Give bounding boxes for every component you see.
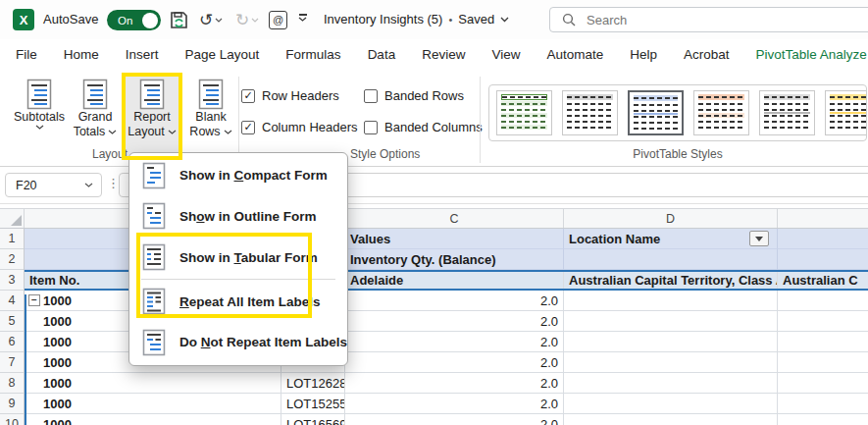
grand-totals-button[interactable]: Grand Totals: [68, 75, 123, 157]
cell-E10[interactable]: [778, 414, 868, 425]
cell-C3[interactable]: Adelaide: [345, 272, 564, 289]
checkbox-banded-columns[interactable]: Banded Columns: [364, 120, 483, 134]
cell-D7[interactable]: [564, 352, 778, 373]
cell-E9[interactable]: [778, 394, 868, 414]
column-header-d[interactable]: D: [564, 209, 778, 228]
search-icon: [562, 13, 576, 27]
row-number[interactable]: 9: [0, 394, 24, 414]
tab-home[interactable]: Home: [64, 39, 99, 71]
autosave-toggle[interactable]: On: [107, 10, 161, 30]
checkbox-column-headers[interactable]: ✓ Column Headers: [241, 120, 358, 134]
checkbox-banded-rows[interactable]: Banded Rows: [364, 88, 464, 103]
style-thumbnail-light-gray-2[interactable]: [759, 90, 815, 135]
style-thumbnail-light-yellow[interactable]: [825, 90, 867, 135]
cell-E7[interactable]: [778, 352, 868, 373]
style-thumbnail-custom-green[interactable]: [496, 90, 552, 135]
row-number[interactable]: 3: [0, 270, 24, 291]
cell-E8[interactable]: [778, 373, 868, 394]
cell-D3[interactable]: Australian Capital Territory, Class A: [564, 272, 778, 289]
tab-pivottable-analyze[interactable]: PivotTable Analyze: [756, 39, 867, 71]
cell-E6[interactable]: [778, 332, 868, 352]
tab-view[interactable]: View: [491, 39, 520, 71]
excel-window: X AutoSave On ↺ ↻ @: [0, 0, 868, 425]
menu-item-outline-form[interactable]: Show in Outline Form: [129, 195, 347, 237]
select-all-corner[interactable]: [0, 209, 25, 228]
field-filter-button[interactable]: [749, 231, 769, 246]
cell-B8[interactable]: LOT12628: [281, 373, 345, 394]
tab-acrobat[interactable]: Acrobat: [684, 39, 730, 71]
tab-formulas[interactable]: Formulas: [285, 39, 340, 71]
row-number[interactable]: 6: [0, 332, 24, 352]
cell-D1[interactable]: Location Name: [564, 229, 778, 249]
menu-item-compact-form[interactable]: Show in Compact Form: [129, 155, 347, 195]
row-number[interactable]: 7: [0, 352, 24, 373]
report-layout-button[interactable]: Report Layout: [125, 75, 179, 157]
cell-C2[interactable]: Inventory Qty. (Balance): [345, 249, 564, 270]
cell-C9[interactable]: 2.0: [345, 394, 564, 414]
redo-button[interactable]: ↻: [235, 0, 259, 39]
menu-label-post: epeat All Item Labels: [189, 294, 321, 309]
document-title[interactable]: Inventory Insights (5) • Saved: [324, 12, 509, 27]
cell-B9[interactable]: LOT15255: [281, 394, 345, 414]
title-chevron-icon: [500, 17, 509, 23]
cell-C7[interactable]: 2.0: [345, 352, 564, 373]
subtotals-button[interactable]: Subtotals: [12, 75, 67, 157]
style-thumbnail-light-gray[interactable]: [562, 90, 618, 135]
search-input[interactable]: [585, 12, 810, 28]
tab-page-layout[interactable]: Page Layout: [185, 39, 260, 71]
cell-D5[interactable]: [564, 311, 778, 332]
cell-C8[interactable]: 2.0: [345, 373, 564, 394]
cell-D8[interactable]: [564, 373, 778, 394]
cell-C10[interactable]: 2.0: [345, 414, 564, 425]
cell-A8[interactable]: 1000: [25, 373, 281, 394]
collapse-button[interactable]: −: [28, 294, 40, 306]
menu-item-do-not-repeat-item-labels[interactable]: Do Not Repeat Item Labels: [129, 322, 347, 362]
cell-C5[interactable]: 2.0: [345, 311, 564, 332]
cell-D9[interactable]: [564, 394, 778, 414]
row-number[interactable]: 8: [0, 373, 24, 394]
cell-E5[interactable]: [778, 311, 868, 332]
row-number[interactable]: 4: [0, 291, 24, 311]
cell-D4[interactable]: [564, 291, 778, 311]
cell-E3[interactable]: Australian C: [778, 272, 868, 289]
row-number[interactable]: 1: [0, 229, 24, 249]
cell-E1[interactable]: [778, 229, 868, 249]
row-headers-label: Row Headers: [262, 88, 339, 103]
blank-rows-button[interactable]: Blank Rows: [183, 75, 238, 157]
checkbox-row-headers[interactable]: ✓ Row Headers: [241, 88, 339, 103]
cell-C4[interactable]: 2.0: [345, 291, 564, 311]
cell-C6[interactable]: 2.0: [345, 332, 564, 352]
undo-button[interactable]: ↺: [199, 0, 223, 39]
menu-label-accel: C: [234, 168, 244, 183]
cell-E2[interactable]: [778, 249, 868, 270]
name-box[interactable]: F20: [5, 173, 102, 197]
style-thumbnail-light-orange[interactable]: [693, 90, 749, 135]
menu-item-repeat-all-item-labels[interactable]: Repeat All Item Labels: [129, 281, 347, 322]
screen-clip-button[interactable]: @: [269, 0, 287, 39]
tab-insert[interactable]: Insert: [126, 39, 159, 71]
cell-E4[interactable]: [778, 291, 868, 311]
cell-A10[interactable]: 1000: [25, 414, 281, 425]
cell-D2[interactable]: [564, 249, 778, 270]
tab-data[interactable]: Data: [368, 39, 396, 71]
cell-A9[interactable]: 1000: [25, 394, 281, 414]
cell-B10[interactable]: LOT16569: [281, 414, 345, 425]
tab-automate[interactable]: Automate: [546, 39, 603, 71]
column-header-e[interactable]: [778, 209, 868, 228]
pivottable-styles-gallery: [488, 84, 867, 141]
style-thumbnail-light-blue-selected[interactable]: [628, 90, 684, 135]
save-button[interactable]: [169, 0, 189, 39]
search-box[interactable]: [549, 7, 868, 32]
cell-D10[interactable]: [564, 414, 778, 425]
row-number[interactable]: 2: [0, 249, 24, 270]
cell-C1[interactable]: Values: [345, 229, 564, 249]
menu-item-tabular-form[interactable]: Show in Tabular Form: [129, 237, 347, 278]
cell-D6[interactable]: [564, 332, 778, 352]
row-number[interactable]: 10: [0, 414, 24, 425]
column-header-c[interactable]: C: [345, 209, 564, 228]
tab-file[interactable]: File: [16, 39, 37, 71]
row-number[interactable]: 5: [0, 311, 24, 332]
tab-help[interactable]: Help: [630, 39, 657, 71]
tab-review[interactable]: Review: [422, 39, 465, 71]
pivottable-styles-group-label: PivotTable Styles: [488, 147, 867, 161]
